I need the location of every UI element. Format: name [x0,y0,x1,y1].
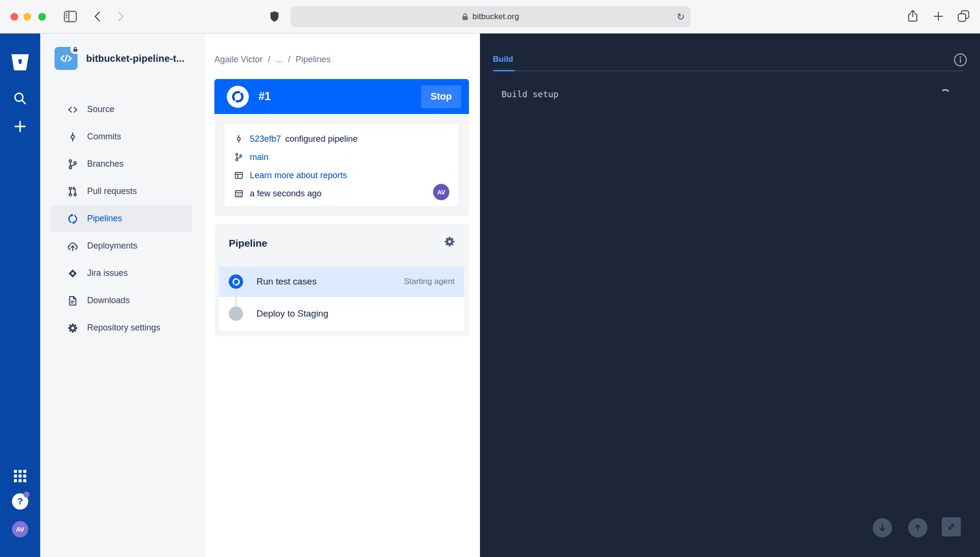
breadcrumb-separator: / [288,55,290,65]
sidebar-item-branches[interactable]: Branches [51,150,192,178]
profile-avatar[interactable]: AV [12,521,28,537]
step-run-test-cases[interactable]: Run test cases Starting agent [219,266,464,297]
tab-overview-icon[interactable] [957,10,970,23]
pipeline-card-title: Pipeline [229,238,267,249]
commit-hash-link[interactable]: 523efb7 [250,134,281,144]
tls-lock-icon [462,13,468,21]
sidebar-item-label: Downloads [87,296,130,306]
scroll-to-bottom-button[interactable] [873,518,892,537]
new-tab-icon[interactable] [932,10,945,23]
breadcrumb-owner[interactable]: Agaile Victor [214,55,263,65]
repo-nav: Source Commits Branches Pull requests [40,96,205,341]
breadcrumb: Agaile Victor / ... / Pipelines [214,55,331,65]
close-window-button[interactable] [11,13,18,21]
sidebar-item-commits[interactable]: Commits [51,123,192,150]
commit-icon [234,134,244,144]
run-details-section: 523efb7 configured pipeline main Learn m… [214,114,469,216]
reports-link[interactable]: Learn more about reports [250,171,347,181]
step-pending-icon [229,307,243,321]
commits-icon [67,131,78,143]
breadcrumb-current[interactable]: Pipelines [296,55,331,65]
expand-icon [946,521,957,533]
commit-message: configured pipeline [285,134,357,144]
sidebar-item-pull-requests[interactable]: Pull requests [51,178,192,205]
breadcrumb-separator: / [268,55,270,65]
sidebar-item-downloads[interactable]: Downloads [51,287,192,314]
help-button[interactable]: ? [12,493,28,510]
run-author-avatar: AV [433,184,449,200]
sidebar-item-label: Commits [87,132,121,142]
back-icon[interactable] [92,11,102,23]
sidebar-item-source[interactable]: Source [51,96,192,123]
stop-button[interactable]: Stop [421,85,461,108]
loading-spinner-icon [939,89,951,100]
branches-icon [67,159,78,170]
sidebar-item-repository-settings[interactable]: Repository settings [51,314,192,341]
build-setup-line[interactable]: Build setup [501,89,558,99]
pipelines-icon [67,213,78,225]
commit-row: 523efb7 configured pipeline [234,130,449,148]
branch-icon [234,152,244,162]
build-log-panel: Build Build setup [480,34,980,557]
sidebar-item-label: Source [87,104,114,114]
sidebar-item-label: Pull requests [87,186,137,196]
address-bar[interactable]: bitbucket.org ↻ [290,6,690,27]
reload-icon[interactable]: ↻ [677,11,685,23]
sidebar-item-label: Pipelines [87,214,122,224]
sidebar-item-deployments[interactable]: Deployments [51,232,192,260]
reports-row: Learn more about reports [234,166,449,184]
pull-requests-icon [67,186,78,197]
privacy-shield-icon[interactable] [269,10,280,23]
breadcrumb-ellipsis[interactable]: ... [276,55,283,65]
pipeline-run-header: #1 Stop [214,79,469,114]
tab-build[interactable]: Build [493,55,513,64]
share-icon[interactable] [907,9,919,23]
avatar-initials: AV [12,521,28,537]
sidebar-item-label: Branches [87,159,123,169]
run-time: a few seconds ago [250,189,322,199]
calendar-icon [234,189,244,198]
pipeline-settings-gear-icon[interactable] [444,236,456,250]
step-name: Deploy to Staging [256,308,328,319]
search-icon[interactable] [13,91,28,106]
downloads-icon [67,295,78,307]
help-icon: ? [12,493,28,510]
reports-icon [234,171,244,180]
bitbucket-logo[interactable] [11,53,30,71]
repo-avatar[interactable] [55,47,78,70]
zoom-window-button[interactable] [38,13,46,21]
sidebar-item-label: Jira issues [87,268,128,278]
pipeline-steps-card: Pipeline Run test cases Starti [214,224,469,336]
tab-active-underline [493,70,515,71]
scroll-to-top-button[interactable] [908,518,927,537]
branch-row: main [234,148,449,166]
sidebar-toggle-icon[interactable] [64,10,77,23]
forward-icon[interactable] [116,11,126,23]
repo-title: bitbucket-pipeline-t... [86,53,185,64]
notification-dot [23,491,30,498]
repo-sidebar: bitbucket-pipeline-t... Source Commits B… [40,34,205,557]
step-name: Run test cases [256,276,317,287]
time-row: a few seconds ago [234,184,449,203]
arrow-down-icon [877,522,888,534]
log-background-texture [480,500,748,557]
branch-link[interactable]: main [250,152,268,162]
sidebar-item-pipelines[interactable]: Pipelines [51,205,192,232]
sidebar-item-label: Deployments [87,241,137,251]
create-plus-icon[interactable] [13,119,27,134]
app-switcher-icon[interactable] [14,470,26,482]
step-deploy-to-staging[interactable]: Deploy to Staging [219,297,464,330]
run-in-progress-icon [227,86,249,108]
step-running-icon [229,274,243,289]
minimize-window-button[interactable] [23,13,31,21]
source-icon [67,104,78,115]
repo-header: bitbucket-pipeline-t... [55,47,185,70]
step-status: Starting agent [404,277,455,286]
settings-gear-icon [67,322,78,334]
info-icon[interactable] [953,53,968,69]
url-text: bitbucket.org [472,12,519,22]
run-details-card: 523efb7 configured pipeline main Learn m… [224,124,459,207]
fullscreen-button[interactable] [942,517,961,536]
sidebar-item-label: Repository settings [87,323,160,333]
sidebar-item-jira-issues[interactable]: Jira issues [51,260,192,287]
